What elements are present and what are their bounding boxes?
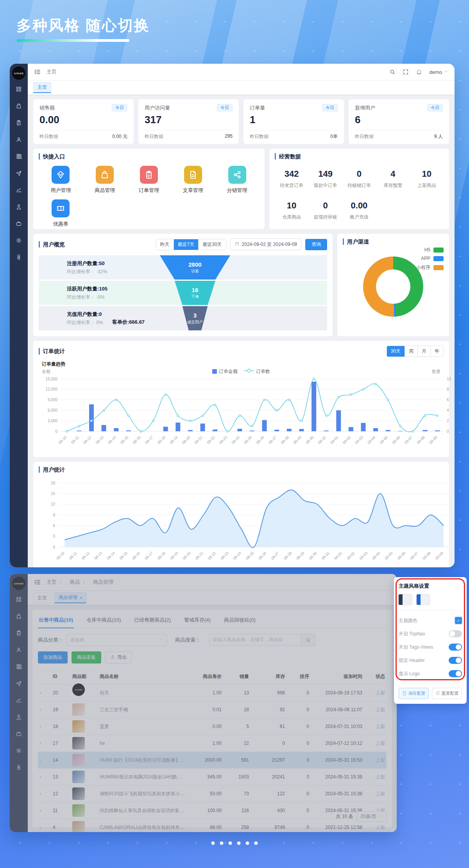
save-config-button[interactable]: 保存配置 (399, 688, 429, 699)
tab-警戒库存(4)[interactable]: 警戒库存(4) (183, 613, 211, 628)
table-row[interactable]: › 17 he 1.00 22 0 0 2024-07-12 10:12 上架 (38, 735, 387, 752)
sidebar-item-goods-icon[interactable] (16, 613, 22, 619)
tab-仓库中商品(10)[interactable]: 仓库中商品(10) (86, 613, 122, 628)
sidebar-item-statistics-icon[interactable] (16, 697, 22, 703)
sidebar-item-users-icon[interactable] (16, 647, 22, 653)
expand-row-icon[interactable]: › (38, 741, 51, 746)
breadcrumb-item[interactable]: 商品 (70, 579, 80, 586)
tab-出售中商品(10)[interactable]: 出售中商品(10) (38, 613, 74, 628)
range-button[interactable]: 周 (405, 346, 418, 357)
legend-item[interactable]: 小程序 (416, 264, 444, 271)
sidebar-item-content-icon[interactable] (16, 664, 22, 670)
expand-row-icon[interactable]: › (38, 774, 51, 780)
search-icon[interactable] (389, 69, 396, 75)
sidebar-item-settings-icon[interactable] (16, 237, 22, 244)
carousel-dot[interactable] (237, 841, 241, 845)
query-button[interactable]: 查询 (305, 239, 327, 250)
range-button[interactable]: 最近30天 (199, 239, 226, 250)
sidebar-item-content-icon[interactable] (16, 153, 22, 160)
reset-config-button[interactable]: 重置配置 (432, 688, 462, 699)
breadcrumb-item[interactable]: 主页 (47, 579, 57, 586)
breadcrumb-home[interactable]: 主页 (47, 68, 57, 75)
range-button[interactable]: 30天 (387, 346, 405, 357)
quick-entry-订单管理[interactable]: 订单管理 (139, 166, 159, 194)
range-button[interactable]: 月 (418, 346, 431, 357)
date-range-input[interactable]: 2024-09-02 至 2024-09-09 (230, 239, 301, 250)
table-row[interactable]: › 14 HUWI 国行【2024款英特尔可选酷睿】金属笔记本电脑轻薄本大学生上… (38, 752, 387, 769)
sidebar-item-dashboard-icon[interactable] (16, 596, 22, 603)
collapse-menu-icon[interactable] (34, 579, 41, 586)
legend-order-count[interactable]: 订单数 (244, 368, 270, 375)
category-select[interactable]: 请选择 (66, 634, 166, 646)
添加商品-button[interactable]: 添加商品 (38, 651, 68, 664)
range-button[interactable]: 年 (431, 346, 443, 357)
tab-已经售罄商品(2)[interactable]: 已经售罄商品(2) (133, 613, 172, 628)
sidebar-item-marketing-icon[interactable] (16, 170, 22, 176)
table-row[interactable]: › 13 HUWIMA笔记本电脑2024新款14代酷睿娱乐版英特尔酷睿i7独显4… (38, 769, 387, 786)
expand-row-icon[interactable]: › (38, 791, 51, 796)
theme-color-swatch[interactable]: ✓ (455, 617, 462, 624)
breadcrumb-item[interactable]: 商品管理 (93, 579, 113, 586)
sidebar-item-marketing-icon[interactable] (16, 680, 22, 687)
tag-主页[interactable]: 主页 (33, 593, 51, 603)
carousel-dot[interactable] (254, 841, 258, 845)
app-logo[interactable]: crmeb (12, 577, 25, 590)
expand-row-icon[interactable]: › (38, 707, 51, 712)
sidebar-item-settings-icon[interactable] (16, 748, 22, 754)
carousel-dot[interactable] (229, 841, 232, 845)
sidebar-item-applications-icon[interactable] (16, 731, 22, 737)
sidebar-item-maintain-icon[interactable] (16, 254, 22, 260)
legend-item[interactable]: APP (416, 256, 444, 261)
sidebar-item-distribution-icon[interactable] (16, 204, 22, 210)
sidebar-item-distribution-icon[interactable] (16, 714, 22, 720)
product-search-input[interactable]: 请输入商品名称，关键字，商品ID (209, 634, 301, 646)
close-icon[interactable]: × (80, 595, 82, 600)
expand-row-icon[interactable]: › (38, 757, 51, 763)
tag-home[interactable]: 主页 (33, 82, 51, 93)
sidebar-item-orders-icon[interactable] (16, 630, 22, 636)
sidebar-item-users-icon[interactable] (16, 136, 22, 143)
quick-entry-分销管理[interactable]: 分销管理 (227, 166, 247, 194)
sidebar-item-orders-icon[interactable] (16, 120, 22, 126)
toggle-开启 Tags-Views[interactable] (449, 644, 462, 651)
tab-商品回收站(0)[interactable]: 商品回收站(0) (223, 613, 256, 628)
dark-sidebar-theme[interactable] (399, 594, 412, 605)
quick-entry-文章管理[interactable]: 文章管理 (183, 166, 203, 194)
toggle-开启 TopNav[interactable] (449, 630, 462, 637)
collapse-menu-icon[interactable] (34, 68, 41, 75)
legend-order-amount[interactable]: 订单金额 (212, 368, 238, 375)
sidebar-item-goods-icon[interactable] (16, 103, 22, 109)
table-row[interactable]: › 12 俐智歼20战斗飞机模型玩具积木拼装小颗粒立体3d拼插军事基地8836.… (38, 786, 387, 802)
sidebar-item-dashboard-icon[interactable] (16, 86, 22, 92)
app-logo[interactable]: crmeb (12, 66, 25, 80)
carousel-dot[interactable] (246, 841, 249, 845)
expand-row-icon[interactable]: › (38, 825, 51, 830)
导出-button[interactable]: 导出 (105, 651, 132, 664)
carousel-dot[interactable] (211, 841, 215, 845)
tag-商品管理[interactable]: 商品管理× (54, 592, 86, 603)
search-button[interactable] (301, 634, 315, 646)
商品采集-button[interactable]: 商品采集 (72, 651, 101, 664)
user-menu[interactable]: demo (429, 69, 448, 75)
quick-entry-用户管理[interactable]: 用户管理 (50, 166, 71, 194)
range-button[interactable]: 最近7天 (174, 239, 199, 250)
toggle-固定 Header[interactable] (449, 657, 462, 664)
quick-entry-优惠券[interactable]: 优惠券 (52, 199, 70, 228)
toggle-显示 Logo[interactable] (449, 670, 462, 677)
expand-row-icon[interactable]: › (38, 690, 51, 696)
sidebar-item-applications-icon[interactable] (16, 221, 22, 227)
expand-row-icon[interactable]: › (38, 724, 51, 729)
table-row[interactable]: › 20 crmeb 何天 1.00 13 998 0 2024-08-19 1… (38, 685, 387, 701)
range-button[interactable]: 昨天 (156, 239, 174, 250)
notification-bell-icon[interactable] (416, 69, 422, 75)
sidebar-item-statistics-icon[interactable] (16, 187, 22, 193)
legend-item[interactable]: H5 (416, 247, 444, 253)
table-row[interactable]: › 18 菠萝 0.00 5 61 0 2024-07-31 10:03 上架 (38, 718, 387, 735)
sidebar-item-maintain-icon[interactable] (16, 764, 22, 771)
blue-sidebar-theme[interactable] (417, 594, 430, 605)
quick-entry-商品管理[interactable]: 商品管理 (95, 166, 115, 194)
fullscreen-icon[interactable] (403, 69, 409, 75)
carousel-dot[interactable] (220, 841, 224, 845)
table-row[interactable]: › 19 三生三世手镯 0.01 18 92 0 2024-08-06 11:0… (38, 701, 387, 718)
page-size-select[interactable]: 20条/页 (357, 811, 387, 822)
